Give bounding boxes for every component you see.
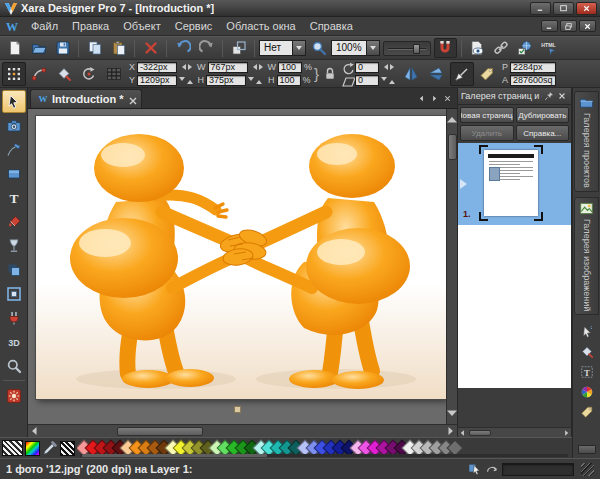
duplicate-page-button[interactable]: Дублировать [516,107,570,123]
delete-button[interactable] [139,38,162,58]
extrude-3d-tool[interactable]: 3D [2,330,26,353]
y-spinner[interactable] [179,77,193,84]
pin-icon[interactable] [542,91,555,101]
angle-spinner[interactable] [381,64,397,70]
save-button[interactable] [51,38,74,58]
rotate-handles-button[interactable] [77,62,101,86]
fill-strip-button[interactable] [575,342,599,362]
copy-button[interactable] [83,38,106,58]
horizontal-scroll-thumb[interactable] [117,427,203,436]
width-percent-field[interactable]: 100 [278,62,302,73]
flip-vertical-button[interactable] [424,62,448,86]
transparency-tool[interactable] [2,234,26,257]
designs-gallery-tab[interactable]: Галерея проектов [574,91,599,192]
color-editor-swatch[interactable] [25,441,40,456]
new-document-button[interactable] [3,38,26,58]
zoom-slider[interactable] [383,41,431,56]
width-spinner[interactable] [250,64,266,70]
html-export-button[interactable]: HTML [538,38,561,58]
menu-item[interactable]: Сервис [168,18,220,34]
selector-tool[interactable] [2,90,26,113]
document-close-button[interactable] [579,20,596,32]
menu-item[interactable]: Область окна [219,18,302,34]
eyedropper-icon[interactable] [42,440,58,456]
fill-tool[interactable] [2,210,26,233]
selection-handle[interactable] [234,406,241,413]
photo-editor-tool[interactable] [2,384,26,407]
skew-angle-field[interactable]: 0 [355,75,379,86]
tab-prev-button[interactable] [417,94,426,103]
height-percent-field[interactable]: 100 [277,75,301,86]
web-export-button[interactable] [514,38,537,58]
minimize-button[interactable] [530,2,551,15]
contour-tool[interactable] [2,282,26,305]
skew-spinner[interactable] [381,77,395,84]
rotation-angle-field[interactable]: 0 [355,62,379,73]
canvas[interactable] [28,109,457,424]
canvas-image[interactable] [36,116,446,399]
delete-page-button[interactable]: Удалить [460,125,514,141]
scroll-down-icon[interactable] [444,402,457,424]
images-gallery-tab[interactable]: Галерея изображений [574,197,599,315]
tab-introduction[interactable]: W Introduction * [30,89,142,108]
grid-button[interactable] [102,62,126,86]
vertical-scroll-thumb[interactable] [448,134,457,160]
scroll-up-icon[interactable] [444,109,457,131]
tab-close-icon[interactable] [127,95,135,103]
palette-scrollbar[interactable] [80,454,568,457]
pages-gallery-list[interactable]: 1. [458,143,571,427]
preview-export-button[interactable] [466,38,489,58]
help-button[interactable]: Справка... [516,125,570,141]
zoom-level-dropdown[interactable]: 100% [331,40,380,56]
resize-grip[interactable] [581,463,594,476]
close-button[interactable] [576,2,597,15]
gallery-scrollbar[interactable] [458,427,571,437]
horizontal-scrollbar[interactable] [28,424,457,437]
lock-aspect-button[interactable] [321,62,339,86]
flip-horizontal-button[interactable] [399,62,423,86]
shadow-tool[interactable] [2,258,26,281]
fill-handles-button[interactable] [52,62,76,86]
pattern-swatch[interactable] [60,441,75,456]
selector-strip-button[interactable] [575,322,599,342]
menu-item[interactable]: Правка [65,18,116,34]
menu-item[interactable]: Справка [303,18,360,34]
close-icon[interactable] [555,91,568,101]
curve-handles-button[interactable] [27,62,51,86]
redo-button[interactable] [195,38,218,58]
document-minimize-button[interactable] [541,20,558,32]
new-page-button[interactable]: Новая страница [460,107,514,123]
name-tag-button[interactable] [475,62,499,86]
open-button[interactable] [27,38,50,58]
snap-magnet-button[interactable] [434,38,457,58]
draw-tool[interactable] [2,138,26,161]
shape-tool[interactable] [2,162,26,185]
vertical-scrollbar[interactable] [446,109,457,424]
names-strip-button[interactable] [575,402,599,422]
tab-next-button[interactable] [430,94,439,103]
page-thumbnail[interactable] [484,150,538,216]
page-item-selected[interactable]: 1. [458,143,571,225]
chevron-down-icon[interactable] [292,41,305,55]
zoom-slider-knob[interactable] [413,44,420,54]
text-strip-button[interactable]: T [575,362,599,382]
gallery-title-bar[interactable]: Галерея страниц и с... [458,88,571,105]
link-button[interactable] [490,38,513,58]
strip-mini-button[interactable] [578,445,596,454]
y-position-field[interactable]: 1209px [137,75,177,86]
menu-item[interactable]: Объект [116,18,167,34]
paste-button[interactable] [107,38,130,58]
no-color-swatch[interactable] [2,440,23,456]
feather-dropdown[interactable]: Нет [259,40,306,56]
maximize-button[interactable] [553,2,574,15]
document-restore-button[interactable] [560,20,577,32]
selection-marks-button[interactable] [2,62,26,86]
x-spinner[interactable] [179,64,195,70]
colors-strip-button[interactable] [575,382,599,402]
undo-button[interactable] [171,38,194,58]
height-spinner[interactable] [248,77,262,84]
gallery-scroll-thumb[interactable] [469,430,491,436]
text-tool[interactable]: T [2,186,26,209]
photo-tool[interactable] [2,114,26,137]
angle-select-button[interactable] [450,62,474,86]
